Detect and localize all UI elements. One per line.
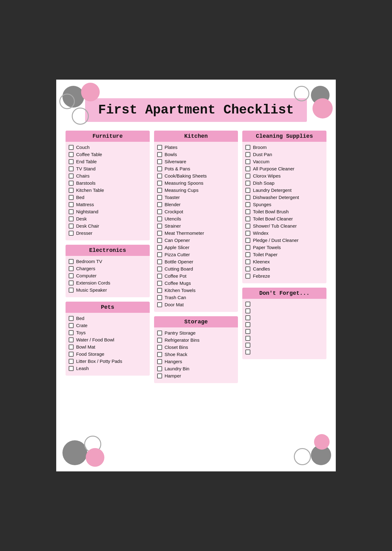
item-label: Broom (253, 145, 267, 150)
checkbox[interactable] (157, 281, 162, 286)
checkbox[interactable] (69, 202, 74, 207)
checkbox[interactable] (157, 238, 162, 243)
item-label: Candles (253, 266, 270, 271)
checkbox[interactable] (245, 145, 250, 150)
list-item: Meat Thermometer (157, 229, 235, 237)
checkbox[interactable] (245, 315, 250, 320)
checkbox[interactable] (245, 350, 250, 354)
checkbox[interactable] (69, 266, 74, 271)
checkbox[interactable] (157, 302, 162, 307)
checkbox[interactable] (157, 245, 162, 250)
checkbox[interactable] (245, 259, 250, 264)
checkbox[interactable] (245, 152, 250, 157)
checkbox[interactable] (69, 181, 74, 186)
checkbox[interactable] (69, 159, 74, 164)
checkbox[interactable] (69, 323, 74, 328)
checkbox[interactable] (245, 209, 250, 214)
checkbox[interactable] (157, 338, 162, 343)
checkbox[interactable] (69, 224, 74, 229)
checkbox[interactable] (69, 174, 74, 178)
checkbox[interactable] (245, 302, 250, 307)
checkbox[interactable] (69, 166, 74, 171)
checkbox[interactable] (69, 195, 74, 200)
checkbox[interactable] (157, 331, 162, 336)
checkbox[interactable] (157, 209, 162, 214)
item-label: Water / Food Bowl (76, 337, 114, 342)
checkbox[interactable] (69, 259, 74, 264)
checkbox[interactable] (245, 274, 250, 279)
item-label: Paper Towels (253, 245, 281, 250)
checkbox[interactable] (69, 152, 74, 157)
checkbox[interactable] (157, 231, 162, 236)
checkbox[interactable] (69, 366, 74, 371)
checkbox[interactable] (157, 181, 162, 186)
checkbox[interactable] (245, 195, 250, 200)
checkbox[interactable] (157, 195, 162, 200)
checkbox[interactable] (245, 174, 250, 178)
checkbox[interactable] (245, 231, 250, 236)
checkbox[interactable] (69, 188, 74, 193)
checkbox[interactable] (157, 202, 162, 207)
checkbox[interactable] (69, 216, 74, 221)
checkbox[interactable] (245, 224, 250, 229)
item-label: Computer (76, 273, 97, 278)
item-label: Hangers (165, 359, 182, 364)
checkbox[interactable] (245, 322, 250, 327)
checkbox[interactable] (157, 345, 162, 350)
checkbox[interactable] (245, 252, 250, 257)
item-label: Apple Slicer (165, 245, 189, 250)
cleaning-header: Cleaning Supplies (242, 131, 326, 142)
checkbox[interactable] (157, 216, 162, 221)
list-item: Bed (69, 194, 147, 201)
checkbox[interactable] (157, 152, 162, 157)
checkbox[interactable] (157, 252, 162, 257)
checkbox[interactable] (245, 216, 250, 221)
checkbox[interactable] (157, 174, 162, 178)
checkbox[interactable] (245, 159, 250, 164)
checkbox[interactable] (69, 316, 74, 321)
checkbox[interactable] (245, 188, 250, 193)
checkbox[interactable] (69, 345, 74, 350)
checkbox[interactable] (245, 266, 250, 271)
checkbox[interactable] (157, 224, 162, 229)
item-label: Pots & Pans (165, 166, 190, 171)
checkbox[interactable] (69, 209, 74, 214)
item-label: Laundry Bin (165, 366, 189, 371)
checkbox[interactable] (69, 231, 74, 236)
checkbox[interactable] (157, 259, 162, 264)
checkbox[interactable] (157, 359, 162, 364)
checkbox[interactable] (157, 274, 162, 279)
checkbox[interactable] (69, 359, 74, 364)
item-label: Kleenex (253, 259, 270, 264)
checkbox[interactable] (245, 238, 250, 243)
checkbox[interactable] (69, 352, 74, 357)
checkbox[interactable] (245, 166, 250, 171)
checkbox[interactable] (69, 145, 74, 150)
checkbox[interactable] (157, 145, 162, 150)
checkbox[interactable] (245, 181, 250, 186)
checkbox[interactable] (245, 343, 250, 348)
checkbox[interactable] (157, 159, 162, 164)
checkbox[interactable] (245, 202, 250, 207)
item-label: Refrigerator Bins (165, 337, 200, 343)
checkbox[interactable] (69, 330, 74, 335)
checkbox[interactable] (157, 288, 162, 293)
checkbox[interactable] (157, 266, 162, 271)
checkbox[interactable] (157, 188, 162, 193)
checkbox[interactable] (245, 245, 250, 250)
checkbox[interactable] (157, 373, 162, 378)
checkbox[interactable] (157, 295, 162, 300)
checkbox[interactable] (245, 336, 250, 341)
checkbox[interactable] (69, 280, 74, 285)
checkbox[interactable] (245, 329, 250, 334)
checkbox[interactable] (157, 366, 162, 371)
list-item: Water / Food Bowl (69, 336, 147, 343)
checkbox[interactable] (157, 352, 162, 357)
checkbox[interactable] (69, 337, 74, 342)
item-label: Pantry Storage (165, 330, 196, 336)
checkbox[interactable] (69, 288, 74, 293)
checkbox[interactable] (245, 308, 250, 313)
checkbox[interactable] (157, 166, 162, 171)
checkbox[interactable] (69, 273, 74, 278)
left-column: Furniture CouchCoffee TableEnd TableTV S… (66, 131, 150, 376)
